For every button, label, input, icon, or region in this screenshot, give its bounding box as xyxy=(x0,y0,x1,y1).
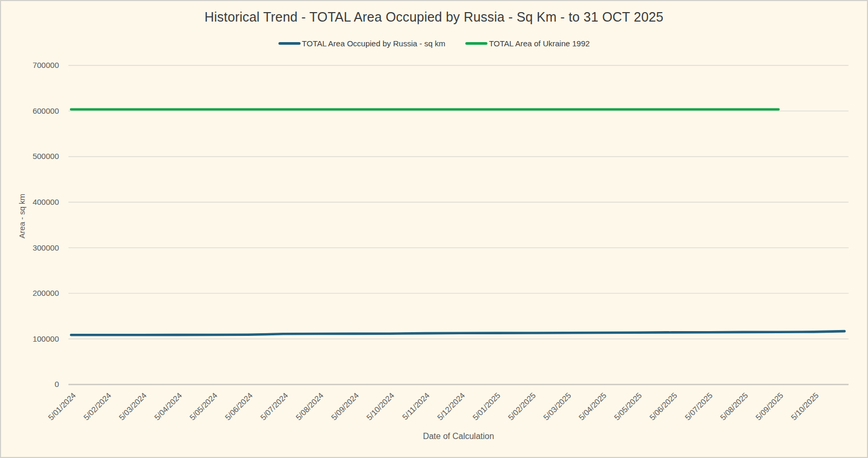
x-tick-label: 5/08/2024 xyxy=(294,391,325,422)
x-axis-title: Date of Calculation xyxy=(68,432,849,441)
x-tick-label: 5/04/2024 xyxy=(153,391,184,422)
x-tick-label: 5/08/2025 xyxy=(719,391,750,422)
x-tick-label: 5/09/2024 xyxy=(330,391,361,422)
x-tick-label: 5/04/2025 xyxy=(577,391,608,422)
y-tick-label: 200000 xyxy=(33,288,59,297)
x-tick-label: 5/12/2024 xyxy=(435,391,466,422)
x-tick-label: 5/07/2024 xyxy=(258,391,290,422)
series-line-russia xyxy=(71,331,844,335)
x-tick-label: 5/07/2025 xyxy=(683,391,714,422)
plot-area: 0100000200000300000400000500000600000700… xyxy=(1,1,868,458)
x-tick-label: 5/11/2024 xyxy=(401,391,431,421)
x-tick-label: 5/01/2024 xyxy=(46,391,77,422)
y-tick-label: 300000 xyxy=(33,243,59,252)
y-tick-label: 400000 xyxy=(33,197,59,206)
x-tick-label: 5/03/2024 xyxy=(117,391,148,422)
chart-frame: Historical Trend - TOTAL Area Occupied b… xyxy=(0,0,868,458)
x-tick-label: 5/02/2024 xyxy=(82,391,113,422)
x-tick-label: 5/05/2025 xyxy=(612,391,643,422)
y-axis-title: Area - sq km xyxy=(17,182,26,251)
x-tick-label: 5/06/2024 xyxy=(223,391,254,422)
y-tick-label: 600000 xyxy=(33,106,59,115)
x-tick-label: 5/02/2025 xyxy=(506,391,537,422)
y-tick-label: 500000 xyxy=(33,152,59,161)
x-tick-label: 5/01/2025 xyxy=(471,391,502,422)
x-tick-label: 5/10/2024 xyxy=(365,391,396,422)
y-tick-label: 0 xyxy=(55,380,59,389)
y-tick-label: 100000 xyxy=(33,334,59,343)
x-tick-label: 5/03/2025 xyxy=(542,391,573,422)
x-tick-label: 5/09/2025 xyxy=(754,391,785,422)
y-tick-label: 700000 xyxy=(33,61,59,69)
x-tick-label: 5/05/2024 xyxy=(188,391,219,422)
x-tick-label: 5/10/2025 xyxy=(789,391,820,422)
x-tick-label: 5/06/2025 xyxy=(647,391,679,422)
